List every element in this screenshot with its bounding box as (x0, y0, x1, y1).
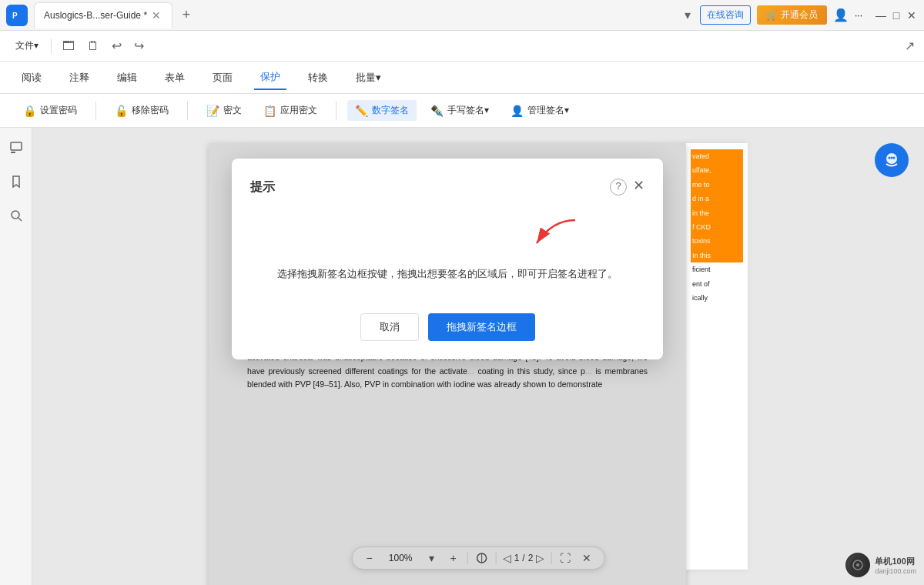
subtoolbar: 🔒 设置密码 🔓 移除密码 📝 密文 📋 应用密文 ✏️ 数字签名 ✒️ 手写签… (0, 94, 924, 128)
dialog-footer: 取消 拖拽新签名边框 (250, 313, 644, 341)
active-tab[interactable]: Auslogics-B...ser-Guide * ✕ (34, 2, 172, 28)
set-password-label: 设置密码 (40, 104, 77, 117)
right-partial-ckd: f CKD (691, 220, 743, 234)
remove-password-label: 移除密码 (132, 104, 169, 117)
dialog-top-actions: ? ✕ (610, 179, 644, 196)
titlebar: P Auslogics-B...ser-Guide * ✕ + ▾ 在线咨询 🛒… (0, 0, 924, 31)
menu-read[interactable]: 阅读 (15, 66, 48, 89)
sidebar-bookmark-icon[interactable] (5, 171, 27, 192)
menubar: 阅读 注释 编辑 表单 页面 保护 转换 批量▾ (0, 62, 924, 94)
tab-close-btn[interactable]: ✕ (152, 9, 161, 22)
minimize-btn[interactable]: — (875, 9, 887, 22)
watermark-text: 单机100网 danji100.com (875, 556, 916, 575)
maximize-btn[interactable]: □ (890, 9, 902, 22)
redo-btn[interactable]: ↪ (129, 35, 149, 56)
set-password-btn[interactable]: 🔒 设置密码 (15, 100, 85, 121)
dialog-close-btn[interactable]: ✕ (633, 179, 644, 196)
tab-label: Auslogics-B...ser-Guide * (44, 10, 147, 21)
toolbar: 文件▾ 🗔 🗒 ↩ ↪ ↗ (0, 31, 924, 62)
right-partial-ically: ically (691, 291, 743, 305)
undo-btn[interactable]: ↩ (107, 35, 126, 56)
svg-point-9 (891, 157, 893, 159)
cancel-button[interactable]: 取消 (360, 313, 419, 341)
tab-bar: Auslogics-B...ser-Guide * ✕ + (34, 2, 681, 28)
subtoolbar-sep1 (95, 102, 96, 120)
apply-redact-btn[interactable]: 📋 应用密文 (256, 100, 325, 121)
left-sidebar (0, 128, 32, 585)
dialog: 提示 ? ✕ (232, 159, 663, 359)
redact-label: 密文 (223, 104, 242, 117)
online-consult-btn[interactable]: 在线咨询 (700, 5, 751, 25)
drag-sign-button[interactable]: 拖拽新签名边框 (428, 313, 535, 341)
dropdown-btn[interactable]: ▾ (681, 5, 694, 25)
new-tab-btn[interactable]: + (176, 5, 197, 26)
user-icon[interactable]: 👤 (833, 8, 849, 22)
dialog-title: 提示 (250, 177, 275, 197)
window-controls: — □ ✕ (875, 9, 918, 22)
menu-protect[interactable]: 保护 (254, 65, 286, 90)
right-partial-me: me to (691, 178, 743, 192)
app-logo: P (6, 5, 28, 26)
menu-page[interactable]: 页面 (206, 66, 239, 89)
menu-annotate[interactable]: 注释 (63, 66, 95, 89)
file-menu-btn[interactable]: 文件▾ (9, 36, 45, 55)
vip-button[interactable]: 🛒 开通会员 (757, 5, 827, 25)
dialog-help-btn[interactable]: ? (610, 179, 627, 196)
svg-point-15 (856, 563, 859, 567)
pdf-page: Toxins 2019, 11, 389 8 of 16 designed fo… (209, 143, 686, 585)
dialog-message: 选择拖拽新签名边框按键，拖拽出想要签名的区域后，即可开启签名进程了。 (277, 268, 618, 279)
right-partial-vated: vated (691, 149, 743, 163)
remove-password-btn[interactable]: 🔓 移除密码 (107, 100, 176, 121)
menu-convert[interactable]: 转换 (302, 66, 334, 89)
sidebar-search-icon[interactable] (5, 205, 27, 226)
menu-batch[interactable]: 批量▾ (350, 66, 387, 89)
titlebar-right: ▾ 在线咨询 🛒 开通会员 👤 ··· — □ ✕ (681, 5, 918, 25)
vip-label: 开通会员 (781, 8, 818, 22)
svg-line-5 (18, 218, 22, 221)
watermark: 单机100网 danji100.com (845, 553, 916, 577)
lock-icon: 🔒 (23, 105, 36, 117)
handwrite-sign-btn[interactable]: ✒️ 手写签名▾ (423, 100, 497, 121)
right-partial-ficient: ficient (691, 262, 743, 276)
menu-form[interactable]: 表单 (159, 66, 191, 89)
manage-sign-label: 管理签名▾ (527, 104, 569, 117)
menu-edit[interactable]: 编辑 (111, 66, 143, 89)
svg-point-8 (889, 157, 891, 159)
redact-btn[interactable]: 📝 密文 (199, 100, 249, 121)
manage-sign-btn[interactable]: 👤 管理签名▾ (503, 100, 577, 121)
more-icon[interactable]: ··· (855, 10, 862, 21)
svg-point-10 (893, 157, 896, 159)
right-partial-ulfate: ulfate, (691, 163, 743, 177)
apply-redact-icon: 📋 (263, 105, 276, 117)
content-area: Toxins 2019, 11, 389 8 of 16 designed fo… (32, 128, 924, 585)
svg-rect-3 (11, 152, 15, 153)
svg-text:P: P (12, 12, 18, 20)
svg-point-4 (12, 211, 19, 219)
dialog-body: 选择拖拽新签名边框按键，拖拽出想要签名的区域后，即可开启签名进程了。 (250, 265, 644, 282)
subtoolbar-sep2 (187, 102, 188, 120)
digital-sign-icon: ✏️ (355, 105, 368, 117)
sidebar-thumbnail-icon[interactable] (5, 137, 27, 159)
arrow-illustration (250, 212, 583, 259)
right-partial-this: In this (691, 249, 743, 262)
right-partial-in: in the (691, 206, 743, 220)
help-icon: ? (615, 179, 621, 195)
right-partial-d: d in a (691, 192, 743, 206)
dialog-header: 提示 ? ✕ (250, 177, 644, 197)
manage-sign-icon: 👤 (511, 105, 524, 117)
apply-redact-label: 应用密文 (280, 104, 317, 117)
right-page-partial: vated ulfate, me to d in a in the f CKD … (686, 143, 748, 570)
close-btn[interactable]: ✕ (906, 9, 918, 22)
digital-sign-btn[interactable]: ✏️ 数字签名 (347, 100, 417, 121)
handwrite-sign-label: 手写签名▾ (447, 104, 489, 117)
right-partial-ent: ent of (691, 277, 743, 291)
chat-avatar-btn[interactable] (875, 143, 909, 177)
main-area: Toxins 2019, 11, 389 8 of 16 designed fo… (0, 128, 924, 585)
svg-rect-2 (11, 142, 22, 150)
vip-icon: 🛒 (766, 10, 778, 21)
save2-icon[interactable]: 🗒 (82, 36, 104, 56)
redact-icon: 📝 (206, 105, 219, 117)
save-icon[interactable]: 🗔 (58, 36, 79, 56)
export-btn[interactable]: ↗ (905, 38, 915, 53)
watermark-logo (845, 553, 870, 577)
